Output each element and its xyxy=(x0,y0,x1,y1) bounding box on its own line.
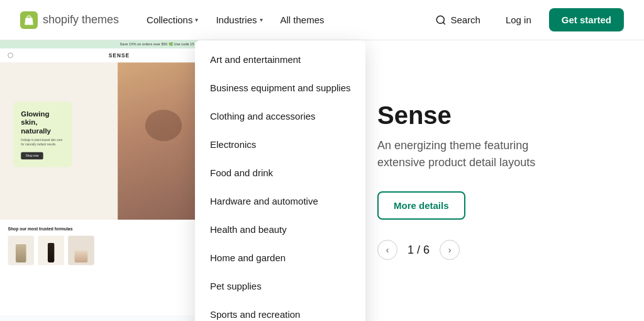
dropdown-item[interactable]: Home and garden xyxy=(195,244,365,272)
search-icon xyxy=(435,14,447,26)
preview-product-item xyxy=(8,235,34,265)
login-button[interactable]: Log in xyxy=(498,9,539,30)
dropdown-item[interactable]: Pet supplies xyxy=(195,272,365,300)
theme-name: Sense xyxy=(377,101,606,130)
collections-chevron-icon: ▾ xyxy=(195,16,198,23)
collections-nav-item[interactable]: Collections ▾ xyxy=(139,9,206,30)
preview-card-text: Indulge in plant-based skin care for nat… xyxy=(21,138,64,147)
shopify-logo-icon xyxy=(20,11,38,29)
more-details-button[interactable]: More details xyxy=(377,191,465,220)
dropdown-item[interactable]: Sports and recreation xyxy=(195,300,365,321)
nav-right: Search Log in Get started xyxy=(428,8,624,31)
page-total: 6 xyxy=(423,244,430,256)
search-label: Search xyxy=(450,14,480,25)
all-themes-nav-item[interactable]: All themes xyxy=(273,9,332,30)
logo-area[interactable]: shopify themes xyxy=(20,11,119,29)
all-themes-label: All themes xyxy=(280,14,325,25)
logo-text: shopify themes xyxy=(43,13,119,26)
logo-suffix: themes xyxy=(79,13,119,26)
dropdown-item[interactable]: Electronics xyxy=(195,130,365,159)
theme-info-panel: Sense An energizing theme featuring exte… xyxy=(340,40,644,321)
preview-search-icon xyxy=(8,53,13,58)
get-started-button[interactable]: Get started xyxy=(549,8,624,31)
bag-icon xyxy=(23,14,35,26)
industries-dropdown: Art and entertainmentBusiness equipment … xyxy=(195,40,365,321)
preview-card-title: Glowing skin, naturally xyxy=(21,110,64,135)
preview-product-item xyxy=(38,235,64,265)
main-nav: Collections ▾ Industries ▾ All themes xyxy=(139,9,428,30)
preview-hero-card: Glowing skin, naturally Indulge in plant… xyxy=(13,102,72,167)
dropdown-item[interactable]: Health and beauty xyxy=(195,215,365,244)
dropdown-item[interactable]: Business equipment and supplies xyxy=(195,74,365,102)
industries-nav-item[interactable]: Industries ▾ xyxy=(208,9,270,30)
preview-hero-left: Glowing skin, naturally Indulge in plant… xyxy=(0,62,118,220)
page-separator: / xyxy=(417,244,423,256)
preview-card-btn[interactable]: Shop now xyxy=(21,152,43,159)
logo-brand: shopify xyxy=(43,13,79,26)
prev-page-button[interactable]: ‹ xyxy=(377,240,397,260)
collections-label: Collections xyxy=(147,14,192,25)
page-current: 1 xyxy=(408,244,414,256)
industries-chevron-icon: ▾ xyxy=(260,16,263,23)
dropdown-item[interactable]: Hardware and automotive xyxy=(195,187,365,215)
header: shopify themes Collections ▾ Industries … xyxy=(0,0,644,40)
industries-label: Industries xyxy=(216,14,257,25)
dropdown-item[interactable]: Clothing and accessories xyxy=(195,102,365,130)
theme-description: An energizing theme featuring extensive … xyxy=(377,137,579,171)
preview-logo: SENSE xyxy=(109,52,130,58)
pagination: ‹ 1 / 6 › xyxy=(377,240,606,260)
svg-point-0 xyxy=(437,16,445,23)
page-indicator: 1 / 6 xyxy=(408,244,430,257)
preview-product-item xyxy=(68,235,94,265)
next-page-button[interactable]: › xyxy=(440,240,460,260)
search-button[interactable]: Search xyxy=(428,9,488,31)
dropdown-item[interactable]: Art and entertainment xyxy=(195,45,365,74)
login-label: Log in xyxy=(506,14,531,25)
dropdown-item[interactable]: Food and drink xyxy=(195,159,365,187)
